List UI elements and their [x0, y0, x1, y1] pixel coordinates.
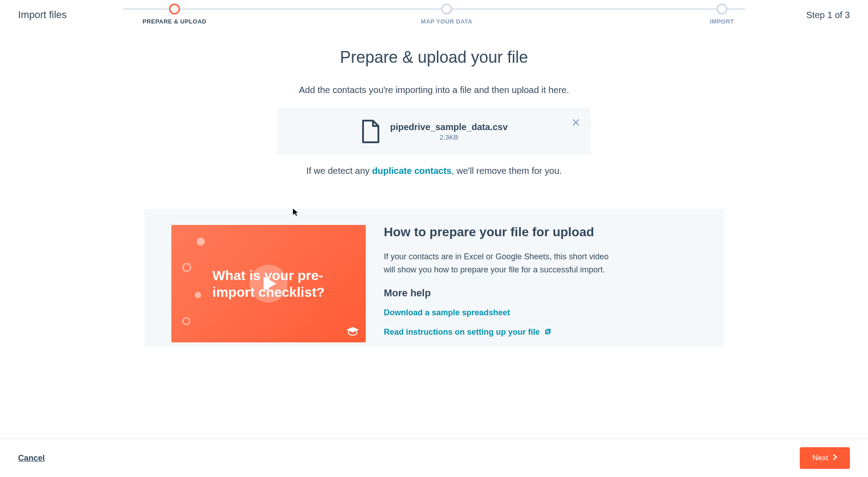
- stepper-line: [123, 9, 745, 9]
- duplicate-suffix: , we'll remove them for you.: [452, 166, 562, 176]
- file-name: pipedrive_sample_data.csv: [390, 122, 508, 132]
- download-sample-link[interactable]: Download a sample spreadsheet: [384, 308, 697, 318]
- graduation-cap-icon: [346, 326, 359, 338]
- help-video-thumbnail[interactable]: What is your pre- import checklist?: [171, 225, 366, 342]
- next-button[interactable]: Next: [800, 447, 850, 469]
- play-button[interactable]: [250, 265, 288, 303]
- help-description: If your contacts are in Excel or Google …: [384, 250, 619, 276]
- upload-heading: Prepare & upload your file: [194, 48, 674, 67]
- external-link-icon: [545, 327, 551, 337]
- file-size: 2.3KB: [390, 133, 508, 141]
- decorative-circle-icon: [182, 263, 191, 272]
- duplicate-contacts-link[interactable]: duplicate contacts: [372, 166, 452, 176]
- upload-section: Prepare & upload your file Add the conta…: [185, 48, 683, 176]
- stepper-dot-prepare: [169, 4, 180, 14]
- help-text-block: How to prepare your file for upload If y…: [384, 225, 697, 347]
- more-help-heading: More help: [384, 287, 697, 299]
- stepper-dot-import: [717, 4, 727, 14]
- file-text: pipedrive_sample_data.csv 2.3KB: [390, 122, 508, 141]
- chevron-right-icon: [833, 454, 837, 463]
- header-row: Import files PREPARE & UPLOAD MAP YOUR D…: [0, 0, 868, 21]
- help-title: How to prepare your file for upload: [384, 225, 697, 239]
- cancel-button[interactable]: Cancel: [18, 454, 45, 463]
- stepper-dot-map: [441, 4, 452, 14]
- document-icon: [360, 120, 380, 143]
- stepper-track: [118, 4, 750, 14]
- next-button-label: Next: [812, 454, 828, 463]
- read-instructions-link[interactable]: Read instructions on setting up your fil…: [384, 327, 697, 337]
- read-instructions-text: Read instructions on setting up your fil…: [384, 327, 540, 337]
- decorative-dot-icon: [197, 238, 205, 246]
- upload-subtitle: Add the contacts you're importing into a…: [194, 85, 674, 95]
- decorative-circle-icon: [182, 317, 190, 325]
- main-content: Prepare & upload your file Add the conta…: [0, 21, 868, 439]
- remove-file-button[interactable]: [572, 119, 580, 127]
- duplicate-prefix: If we detect any: [306, 166, 372, 176]
- step-counter: Step 1 of 3: [806, 10, 850, 20]
- decorative-dot-icon: [195, 292, 201, 298]
- uploaded-file-card: pipedrive_sample_data.csv 2.3KB: [277, 108, 591, 155]
- duplicate-note: If we detect any duplicate contacts, we'…: [194, 166, 674, 176]
- page-title: Import files: [18, 9, 67, 21]
- help-section: What is your pre- import checklist? How …: [144, 209, 724, 347]
- footer-bar: Cancel Next: [0, 439, 868, 477]
